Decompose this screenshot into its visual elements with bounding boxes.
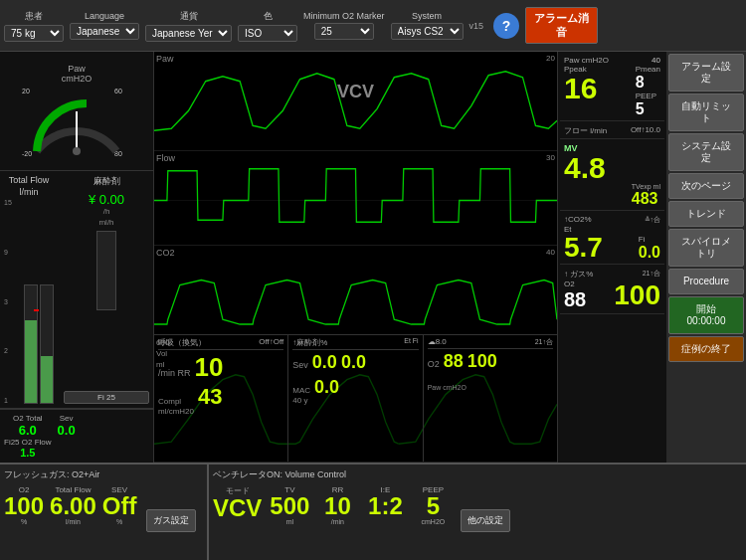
anesthetic-data-label: ↑麻酔剤%	[292, 337, 327, 348]
o2-gas-vital-label: O2	[564, 280, 586, 288]
gauge-svg: 20 -20 60 80	[17, 82, 136, 161]
main-area: PawcmH2O 20 -20 60 80	[0, 52, 746, 463]
gas-pct-item: 100	[614, 280, 660, 311]
right-vitals-panel: Paw cmH2O 40 Ppeak 16 Pmean 8 PEEP 5 フロー…	[557, 52, 666, 463]
patient-field: 患者 75 kg	[4, 10, 64, 42]
fg-total-flow-item: Total Flow 6.00 l/min	[50, 485, 96, 525]
language-select[interactable]: Japanese	[70, 23, 139, 40]
gas-values-row: O2 88 100	[564, 280, 660, 311]
fi-badge: Fi 25	[64, 391, 149, 404]
ventilator-section: ベンチレータON: Volume Control モード VCV TV 500 …	[209, 465, 746, 560]
fg-o2-unit: %	[21, 518, 27, 525]
vent-tv-value: 500	[270, 494, 309, 518]
co2-fi-value: 0.0	[639, 244, 660, 262]
vent-values: モード VCV TV 500 ml RR 10 /min I:E 1:2 PEE…	[213, 485, 742, 556]
other-settings-button[interactable]: 他の設定	[461, 509, 510, 532]
mv-value: 4.8	[564, 153, 660, 183]
end-case-button[interactable]: 症例の終了	[668, 336, 744, 362]
vent-peep-unit: cmH2O	[422, 518, 446, 525]
vent-rr-unit: /min	[331, 518, 344, 525]
system-settings-button[interactable]: システム設 定	[668, 133, 744, 171]
air-flow-fill	[41, 356, 53, 403]
currency-field: 通貨 Japanese Yer	[145, 10, 232, 42]
currency-label: 通貨	[180, 10, 198, 23]
vent-tv-unit: ml	[286, 518, 293, 525]
rr-row: /min RR 10	[158, 354, 283, 380]
svg-text:20: 20	[22, 88, 30, 94]
gas-settings-button[interactable]: ガス設定	[146, 509, 196, 532]
mac-value: 0.0	[314, 377, 339, 398]
tvexp-item: TVexp ml 483	[632, 183, 660, 208]
gas-header-right: ↑ ガス% 21↑合	[564, 269, 660, 280]
left-panel: PawcmH2O 20 -20 60 80	[0, 52, 154, 463]
co2-waveform-svg	[154, 246, 557, 334]
procedure-button[interactable]: Procedure	[668, 269, 744, 294]
paw-small-label: Paw cmH2O	[428, 384, 466, 391]
color-select[interactable]: ISO	[238, 25, 297, 42]
patient-select[interactable]: 75 kg	[4, 25, 64, 42]
ppeak-item: Ppeak 16	[564, 65, 597, 103]
anesthetic-unit: /h	[64, 207, 149, 216]
sev-label: Sev	[60, 414, 74, 423]
top-bar: 患者 75 kg Language Japanese 通貨 Japanese Y…	[0, 0, 746, 52]
paw-waveform-svg	[154, 52, 557, 150]
system-label: System	[412, 11, 442, 21]
flow-section-right: フロー l/min Off↑10.0	[560, 123, 664, 139]
flow-waveform-section: Flow 30	[154, 151, 557, 246]
center-panel: Paw 20 VCV Flow 30 CO2 40	[154, 52, 557, 463]
paw-vital-label: Paw cmH2O	[564, 56, 609, 65]
flow-waveform-svg	[154, 151, 557, 245]
fg-sev-value: Off	[102, 494, 137, 518]
vent-ie-item: I:E 1:2	[365, 485, 405, 518]
vent-tv-item: TV 500 ml	[270, 485, 309, 525]
off-label: Off↑Off	[259, 337, 283, 348]
svg-text:60: 60	[114, 88, 122, 94]
fi25-label: Fi25 O2 Flow	[4, 438, 52, 447]
bottom-stats: O2 Total 6.0 Fi25 O2 Flow 1.5 Sev 0.0	[0, 409, 153, 463]
flow-header-right: フロー l/min Off↑10.0	[564, 125, 660, 136]
gas-data-col: ☁8.0 21↑合 O2 88 100 Paw cmH2O	[424, 335, 557, 462]
co2-waveform-section: CO2 40	[154, 246, 557, 335]
co2-section: ↑CO2% ≙↑合 Et 5.7 Fi 0.0	[560, 213, 664, 265]
mac-row: MAC 40 y 0.0	[292, 377, 418, 405]
paw-small-area: Paw cmH2O	[428, 376, 553, 394]
pmean-value: 8	[636, 74, 660, 92]
gas-range-label: 21↑合	[643, 269, 660, 280]
vent-peep-item: PEEP 5 cmH2O	[413, 485, 453, 525]
alarm-settings-button[interactable]: アラーム設 定	[668, 54, 744, 92]
mac-label: MAC 40 y	[292, 386, 310, 405]
sev-data-label: Sev	[292, 360, 308, 370]
currency-select[interactable]: Japanese Yer	[145, 25, 232, 42]
alarm-off-button[interactable]: アラーム消 音	[525, 7, 598, 43]
gas-pct-vital-val: 100	[614, 280, 660, 311]
anesthetic-value: ¥ 0.00	[64, 192, 149, 207]
paw-section: Paw cmH2O 40 Ppeak 16 Pmean 8 PEEP 5	[560, 54, 664, 121]
flow-vital-label: フロー l/min	[564, 125, 607, 136]
vol-waveform-section: 600 Vol ml 呼吸（換気） Off↑Off /min RR 10	[154, 335, 557, 463]
o2-marker-select[interactable]: 25	[314, 23, 374, 40]
vent-rr-value: 10	[324, 494, 351, 518]
fresh-gas-section: フレッシュガス: O2+Air O2 100 % Total Flow 6.00…	[0, 465, 209, 560]
system-select[interactable]: Aisys CS2	[391, 23, 464, 40]
sidebar: アラーム設 定 自動リミッ ト システム設 定 次のページ トレンド スパイロメ…	[666, 52, 746, 463]
start-button[interactable]: 開始 00:00:00	[668, 296, 744, 334]
color-field: 色 ISO	[238, 10, 297, 42]
help-button[interactable]: ?	[493, 13, 519, 39]
compl-row: Compl ml/cmH20 43	[158, 384, 283, 416]
paw-values-row: Ppeak 16 Pmean 8 PEEP 5	[564, 65, 660, 118]
anesthetic-bar	[96, 231, 116, 310]
o2-marker-label: Minimum O2 Marker	[303, 11, 385, 21]
paw-vital-header: Paw cmH2O 40	[564, 56, 660, 65]
o2-gas-row: O2 88 100	[428, 351, 553, 372]
spirometry-button[interactable]: スパイロメ トリ	[668, 229, 744, 267]
peep-vital-label: PEEP	[636, 92, 660, 100]
fg-sev-item: SEV Off %	[102, 485, 137, 525]
tvexp-value: 483	[632, 190, 660, 208]
trend-button[interactable]: トレンド	[668, 201, 744, 227]
paw-waveform-section: Paw 20 VCV	[154, 52, 557, 151]
next-page-button[interactable]: 次のページ	[668, 173, 744, 199]
sev-stat: Sev 0.0	[58, 414, 76, 459]
co2-label: CO2	[156, 248, 175, 258]
fg-o2-item: O2 100 %	[4, 485, 44, 525]
auto-limit-button[interactable]: 自動リミッ ト	[668, 93, 744, 131]
